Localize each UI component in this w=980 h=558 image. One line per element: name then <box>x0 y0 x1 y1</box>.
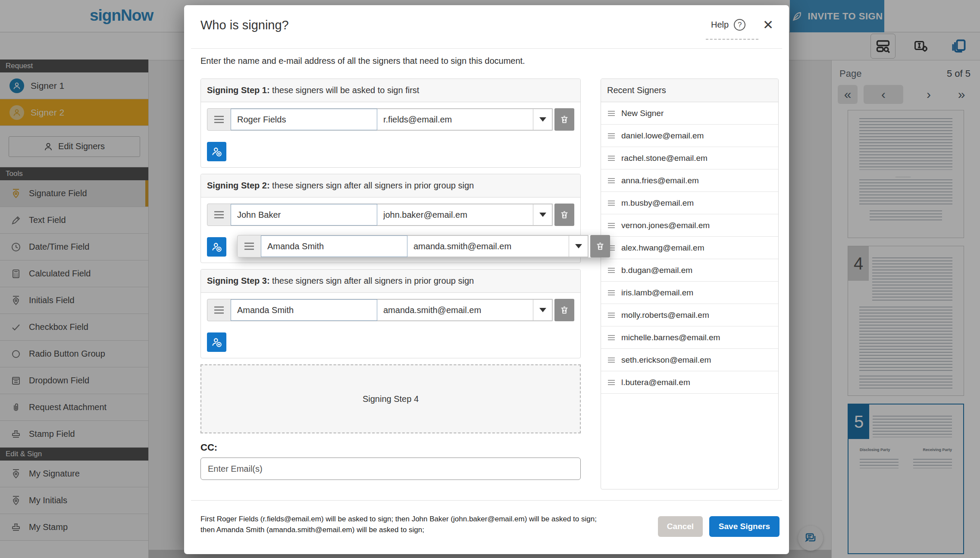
person-plus-icon <box>211 241 222 253</box>
signer-options-dropdown[interactable] <box>533 109 552 130</box>
recent-signer-item[interactable]: anna.fries@email.em <box>601 169 778 192</box>
signing-step-2-header: Signing Step 2: these signers sign after… <box>201 174 580 197</box>
signing-step-1-header: Signing Step 1: these signers will be as… <box>201 79 580 102</box>
close-icon[interactable]: ✕ <box>763 17 773 32</box>
signer-name-input[interactable] <box>231 204 377 226</box>
help-link[interactable]: Help ? <box>711 19 745 31</box>
signing-step-1-box: Signing Step 1: these signers will be as… <box>200 78 581 168</box>
drag-handle-icon <box>607 110 616 117</box>
signing-step-3-header: Signing Step 3: these signers sign after… <box>201 270 580 293</box>
delete-signer-button[interactable] <box>590 235 610 257</box>
signer-row <box>207 299 574 321</box>
drag-handle-icon <box>607 312 616 319</box>
signer-email-input[interactable] <box>377 109 533 130</box>
delete-signer-button[interactable] <box>554 299 574 321</box>
recent-signer-item[interactable]: molly.roberts@email.em <box>601 304 778 326</box>
recent-signer-item[interactable]: iris.lamb@email.em <box>601 282 778 304</box>
signer-email-input[interactable] <box>377 204 533 226</box>
recent-signer-item[interactable]: l.butera@email.em <box>601 371 778 394</box>
drag-handle-icon <box>607 289 616 296</box>
delete-signer-button[interactable] <box>554 204 574 226</box>
signing-step-3-box: Signing Step 3: these signers sign after… <box>200 269 581 358</box>
signer-options-dropdown[interactable] <box>533 204 552 226</box>
recent-signers-title: Recent Signers <box>601 79 778 102</box>
help-question-icon: ? <box>734 19 745 31</box>
recent-signer-item[interactable]: rachel.stone@email.em <box>601 147 778 169</box>
signer-email-input[interactable] <box>377 299 533 321</box>
recent-signer-item[interactable]: alex.hwang@email.em <box>601 237 778 259</box>
recent-signer-item[interactable]: daniel.lowe@email.em <box>601 125 778 147</box>
add-signer-button[interactable] <box>207 237 226 257</box>
trash-icon <box>595 241 605 251</box>
help-dashed-underline <box>706 39 758 40</box>
signer-row <box>207 108 574 131</box>
recent-signer-item[interactable]: vernon.jones@email.em <box>601 214 778 237</box>
drag-handle[interactable] <box>238 235 261 257</box>
drag-handle-icon <box>607 155 616 162</box>
drag-handle-icon <box>607 267 616 274</box>
recent-signer-item[interactable]: m.busby@email.em <box>601 192 778 214</box>
signer-row <box>207 204 574 226</box>
drag-handle[interactable] <box>207 109 231 130</box>
chevron-down-icon <box>575 244 582 248</box>
add-signer-button[interactable] <box>207 142 226 161</box>
recent-signer-item[interactable]: New Signer <box>601 102 778 125</box>
person-plus-icon <box>211 146 222 157</box>
cc-label: CC: <box>200 442 581 453</box>
chevron-down-icon <box>539 213 546 217</box>
delete-signer-button[interactable] <box>554 108 574 131</box>
footer-divider <box>191 500 782 501</box>
drag-handle-icon <box>607 222 616 229</box>
signer-name-input[interactable] <box>231 109 377 130</box>
recent-signer-item[interactable]: michelle.barnes@email.em <box>601 326 778 349</box>
recent-signer-item[interactable]: b.dugan@email.em <box>601 259 778 282</box>
modal-title: Who is signing? <box>200 18 289 32</box>
drag-handle-icon <box>607 379 616 386</box>
chevron-down-icon <box>539 308 546 312</box>
modal-instruction: Enter the name and e-mail address of all… <box>200 56 525 66</box>
cancel-button[interactable]: Cancel <box>658 516 703 537</box>
signing-step-4-dropzone[interactable]: Signing Step 4 <box>200 364 581 433</box>
signer-name-input[interactable] <box>231 299 377 321</box>
who-is-signing-modal: Who is signing? Help ? ✕ Enter the name … <box>184 5 789 554</box>
signer-options-dropdown[interactable] <box>533 299 552 321</box>
dragged-signer-row[interactable] <box>237 235 610 257</box>
trash-icon <box>560 115 569 124</box>
person-plus-icon <box>211 337 222 348</box>
drag-handle-icon <box>607 334 616 341</box>
drag-handle[interactable] <box>207 299 231 321</box>
drag-handle[interactable] <box>207 204 231 226</box>
signer-email-input[interactable] <box>407 235 569 257</box>
header-divider <box>191 48 782 49</box>
drag-handle-icon <box>607 132 616 139</box>
recent-signers-panel: Recent Signers New Signer daniel.lowe@em… <box>601 78 779 489</box>
cc-email-input[interactable] <box>200 458 581 480</box>
trash-icon <box>560 305 569 315</box>
trash-icon <box>560 210 569 219</box>
drag-handle-icon <box>607 177 616 184</box>
add-signer-button[interactable] <box>207 332 226 352</box>
drag-handle-icon <box>607 357 616 364</box>
chevron-down-icon <box>539 117 546 122</box>
recent-signer-item[interactable]: seth.erickson@email.em <box>601 349 778 371</box>
save-signers-button[interactable]: Save Signers <box>709 516 780 537</box>
drag-handle-icon <box>607 200 616 207</box>
signing-steps-column: Signing Step 1: these signers will be as… <box>200 78 581 480</box>
signing-order-summary: First Roger Fields (r.fields@email.em) w… <box>200 514 645 535</box>
signer-options-dropdown[interactable] <box>569 235 588 257</box>
signer-name-input[interactable] <box>261 235 407 257</box>
